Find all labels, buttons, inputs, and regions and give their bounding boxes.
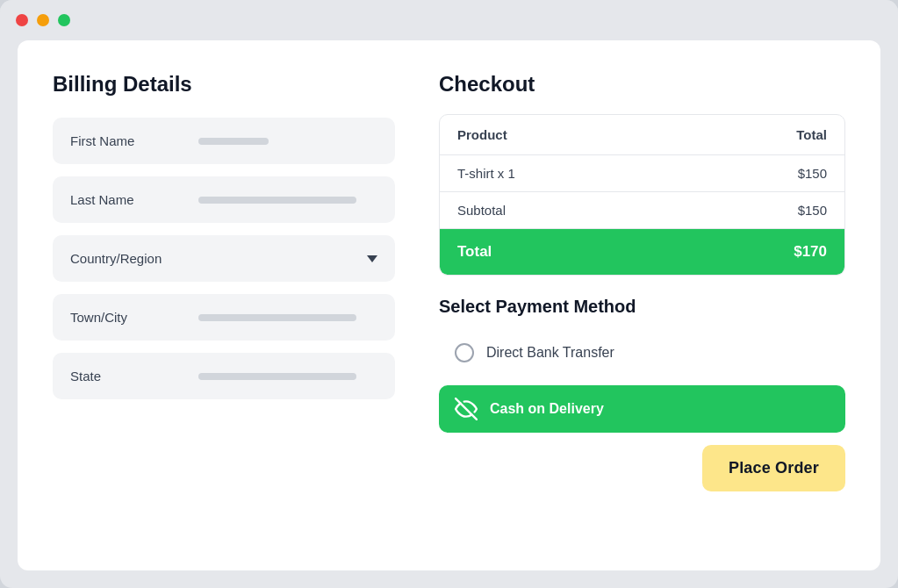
town-city-placeholder: [198, 314, 356, 321]
billing-section: Billing Details First Name Last Name Cou…: [53, 72, 395, 539]
order-table-header: Product Total: [440, 115, 844, 155]
eye-off-icon: [455, 398, 478, 420]
state-label: State: [70, 369, 184, 384]
billing-form: First Name Last Name Country/Region Town…: [53, 118, 395, 399]
total-tshirt: $150: [798, 166, 827, 181]
total-value: $170: [794, 243, 827, 261]
payment-section-title: Select Payment Method: [439, 297, 845, 317]
product-header: Product: [457, 127, 507, 142]
order-total-row: Total $170: [440, 229, 844, 275]
cod-option[interactable]: Cash on Delivery: [439, 385, 845, 433]
order-table: Product Total T-shirt x 1 $150 Subtotal …: [439, 114, 845, 276]
state-field[interactable]: State: [53, 353, 395, 399]
bank-transfer-option[interactable]: Direct Bank Transfer: [439, 331, 845, 375]
first-name-field[interactable]: First Name: [53, 118, 395, 164]
app-window: Billing Details First Name Last Name Cou…: [0, 0, 898, 588]
state-placeholder: [198, 373, 356, 380]
bank-transfer-label: Direct Bank Transfer: [486, 345, 614, 361]
minimize-dot[interactable]: [37, 14, 49, 26]
cod-label: Cash on Delivery: [490, 401, 604, 417]
content-area: Billing Details First Name Last Name Cou…: [18, 40, 880, 570]
subtotal-label: Subtotal: [457, 203, 506, 218]
product-tshirt: T-shirt x 1: [457, 166, 515, 181]
place-order-button[interactable]: Place Order: [702, 445, 845, 491]
total-label: Total: [457, 243, 492, 261]
maximize-dot[interactable]: [58, 14, 70, 26]
last-name-placeholder: [198, 197, 356, 204]
first-name-label: First Name: [70, 133, 184, 148]
payment-section: Select Payment Method Direct Bank Transf…: [439, 297, 845, 433]
order-row-subtotal: Subtotal $150: [440, 192, 844, 229]
total-header: Total: [796, 127, 827, 142]
subtotal-value: $150: [798, 203, 827, 218]
last-name-label: Last Name: [70, 192, 184, 207]
close-dot[interactable]: [16, 14, 28, 26]
bank-transfer-radio: [455, 343, 474, 362]
order-row-tshirt: T-shirt x 1 $150: [440, 155, 844, 192]
checkout-section: Checkout Product Total T-shirt x 1 $150 …: [439, 72, 845, 539]
payment-options: Direct Bank Transfer Cash on Delivery: [439, 331, 845, 433]
titlebar: [0, 0, 898, 40]
chevron-down-icon: [367, 255, 377, 262]
country-region-field[interactable]: Country/Region: [53, 235, 395, 282]
last-name-field[interactable]: Last Name: [53, 176, 395, 223]
checkout-title: Checkout: [439, 72, 845, 97]
town-city-field[interactable]: Town/City: [53, 294, 395, 341]
place-order-row: Place Order: [439, 445, 845, 491]
first-name-placeholder: [198, 138, 269, 145]
town-city-label: Town/City: [70, 310, 184, 325]
billing-title: Billing Details: [53, 72, 395, 97]
country-label: Country/Region: [70, 251, 184, 266]
